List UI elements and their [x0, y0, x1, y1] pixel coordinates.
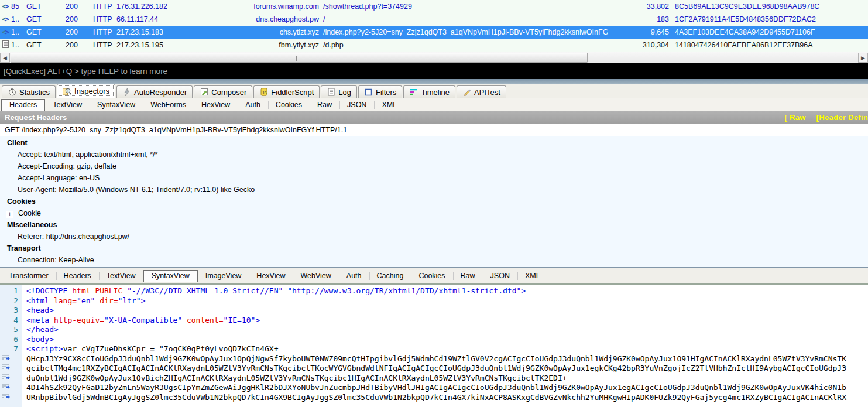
url-cell: / [323, 15, 608, 23]
code-wrapped-line: QHcpJ3Yz9CX8cCIoUGdpJ3duQnbl1Wdj9GZK0wOp… [0, 354, 868, 364]
response-tab-transformer[interactable]: Transformer [1, 271, 56, 282]
code-token: QHcpJ3Yz9CX8cCIoUGdpJ3duQnbl1Wdj9GZK0wOp… [26, 354, 846, 363]
request-tab-cookies[interactable]: Cookies [268, 100, 310, 111]
response-tab-cookies[interactable]: Cookies [411, 271, 452, 282]
header-section-client[interactable]: Client [0, 137, 868, 149]
exchange-icon: <> [0, 28, 11, 36]
tab-composer[interactable]: Composer [194, 85, 252, 98]
request-tab-webforms[interactable]: WebForms [143, 100, 194, 111]
server-ip-cell: 176.31.226.182 [116, 2, 208, 11]
result-cell: 200 [66, 28, 93, 36]
tab-fiddlerscript[interactable]: JSFiddlerScript [253, 85, 320, 98]
session-hscrollbar[interactable]: ◀ ▶ [0, 52, 868, 63]
tab-label: FiddlerScript [271, 88, 314, 97]
hash-cell: 8C5B69AE13C9C9E3DEE968D98AAB978C [675, 2, 868, 11]
code-token: gcibctTMg4mc1RXZyBCIgACIgACInACKlRXaydnL… [26, 364, 846, 372]
response-tab-webview[interactable]: WebView [293, 271, 338, 282]
header-item[interactable]: Accept-Encoding: gzip, deflate [0, 160, 868, 172]
request-tab-headers[interactable]: Headers [1, 99, 45, 111]
syntaxview-editor[interactable]: 1<!DOCTYPE html PUBLIC "-//W3C//DTD XHTM… [0, 285, 868, 407]
response-tab-caching[interactable]: Caching [369, 271, 411, 282]
header-item-cookie[interactable]: +Cookie [0, 207, 868, 219]
result-cell: 200 [66, 15, 93, 23]
hash-cell: 1CF2A791911A4E5D4848356DDF72DAC2 [675, 15, 868, 23]
response-tab-syntaxview[interactable]: SyntaxView [143, 270, 198, 282]
response-tab-auth[interactable]: Auth [339, 271, 369, 282]
session-row[interactable]: 1..GET200HTTP217.23.15.195fbm.ytlyt.xyz/… [0, 39, 868, 52]
tab-autoresponder[interactable]: AutoResponder [116, 85, 193, 98]
tab-label: APITest [474, 88, 500, 97]
response-tab-json[interactable]: JSON [483, 271, 517, 282]
code-token: 4DI4hSZk92QyFGaD12byZmLn5WayR3UgsCIpYmZm… [26, 383, 846, 392]
scroll-left-button[interactable]: ◀ [0, 53, 10, 63]
code-token: URnbpBibvlGdj5WdmBCIgAyJggSZ0lmc35CduVWb… [26, 393, 846, 402]
code-token: duQnbl1Wdj9GZK0wOpAyJux1OvBichZHIgACInAC… [26, 374, 567, 382]
line-number: 3 [0, 306, 22, 316]
header-item[interactable]: Referer: http://dns.cheapghost.pw/ [0, 231, 868, 242]
response-tab-textview[interactable]: TextView [99, 271, 143, 282]
header-item[interactable]: Accept-Language: en-US [0, 172, 868, 184]
tab-label: AutoResponder [134, 88, 187, 97]
pencil-icon [462, 88, 471, 96]
request-headers-title: Request Headers [5, 111, 67, 124]
fiddler-window: <>85GET200HTTP176.31.226.182forums.winam… [0, 0, 868, 407]
tab-filters[interactable]: Filters [358, 85, 402, 98]
raw-link[interactable]: [ Raw [784, 113, 805, 122]
code-token: http-equiv= [54, 316, 104, 324]
host-cell: chs.ytlzt.xyz [208, 28, 323, 36]
code-token: > [255, 316, 260, 324]
tab-log[interactable]: Log [321, 85, 357, 98]
request-tab-raw[interactable]: Raw [310, 100, 339, 111]
url-cell: /index.php?y2-5J20=sny_Zzjz1qdQT3_a1qVNp… [323, 28, 608, 36]
header-section-transport[interactable]: Transport [0, 242, 868, 254]
request-tab-json[interactable]: JSON [339, 100, 374, 111]
request-tab-xml[interactable]: XML [374, 100, 404, 111]
protocol-cell: HTTP [93, 15, 116, 23]
pane-splitter[interactable] [0, 79, 868, 84]
header-item[interactable]: User-Agent: Mozilla/5.0 (Windows NT 6.1;… [0, 184, 868, 196]
tab-inspectors[interactable]: Inspectors [57, 84, 115, 98]
wrap-icon [0, 393, 22, 403]
header-links: [ Raw [Header Defin [776, 111, 868, 124]
response-tab-headers[interactable]: Headers [56, 271, 99, 282]
expand-plus-icon[interactable]: + [6, 211, 13, 218]
request-line[interactable]: GET /index.php?y2-5J20=sny_Zzjz1qdQT3_a1… [0, 124, 868, 136]
request-tab-hexview[interactable]: HexView [194, 100, 238, 111]
session-row[interactable]: <>1..GET200HTTP217.23.15.183chs.ytlzt.xy… [0, 26, 868, 39]
line-number: 6 [0, 335, 22, 345]
scroll-right-button[interactable]: ▶ [858, 53, 868, 63]
request-tab-textview[interactable]: TextView [45, 100, 90, 111]
scrollbar-thumb[interactable] [11, 53, 588, 63]
request-headers-tree: ClientAccept: text/html, application/xht… [0, 136, 868, 267]
tab-apitest[interactable]: APITest [457, 85, 506, 98]
request-tab-syntaxview[interactable]: SyntaxView [90, 100, 143, 111]
response-tab-hexview[interactable]: HexView [249, 271, 293, 282]
timeline-icon [409, 88, 418, 96]
quickexec-input[interactable]: [QuickExec] ALT+Q > type HELP to learn m… [0, 63, 868, 79]
header-section-miscellaneous[interactable]: Miscellaneous [0, 219, 868, 231]
tab-label: Timeline [421, 88, 450, 97]
header-item[interactable]: Accept: text/html, application/xhtml+xml… [0, 149, 868, 160]
header-definitions-link[interactable]: [Header Defin [816, 113, 868, 122]
response-tab-imageview[interactable]: ImageView [198, 271, 249, 282]
protocol-cell: HTTP [93, 2, 116, 11]
code-token: "IE=10" [224, 316, 256, 324]
code-token: <meta [26, 316, 54, 324]
session-list: <>85GET200HTTP176.31.226.182forums.winam… [0, 0, 868, 52]
response-tab-xml[interactable]: XML [517, 271, 548, 282]
wrap-icon [0, 383, 22, 393]
request-tab-auth[interactable]: Auth [238, 100, 268, 111]
code-wrapped-line: URnbpBibvlGdj5WdmBCIgAyJggSZ0lmc35CduVWb… [0, 393, 868, 403]
code-wrapped-line: 4DI4hSZk92QyFGaD12byZmLn5WayR3UgsCIpYmZm… [0, 383, 868, 393]
tab-timeline[interactable]: Timeline [403, 85, 455, 98]
code-line: 4<meta http-equiv="X-UA-Compatible" cont… [0, 316, 868, 326]
hash-cell: 4A3EF103DEE4CA38A942D9455D71106F [675, 28, 868, 36]
header-item[interactable]: Connection: Keep-Alive [0, 254, 868, 266]
session-row[interactable]: <>85GET200HTTP176.31.226.182forums.winam… [0, 0, 868, 13]
response-tab-raw[interactable]: Raw [453, 271, 483, 282]
method-cell: GET [26, 41, 66, 49]
session-row[interactable]: <>1..GET200HTTP66.11.117.44dns.cheapghos… [0, 13, 868, 26]
header-section-cookies[interactable]: Cookies [0, 196, 868, 207]
server-ip-cell: 217.23.15.195 [116, 41, 208, 49]
tab-statistics[interactable]: Statistics [2, 85, 56, 98]
